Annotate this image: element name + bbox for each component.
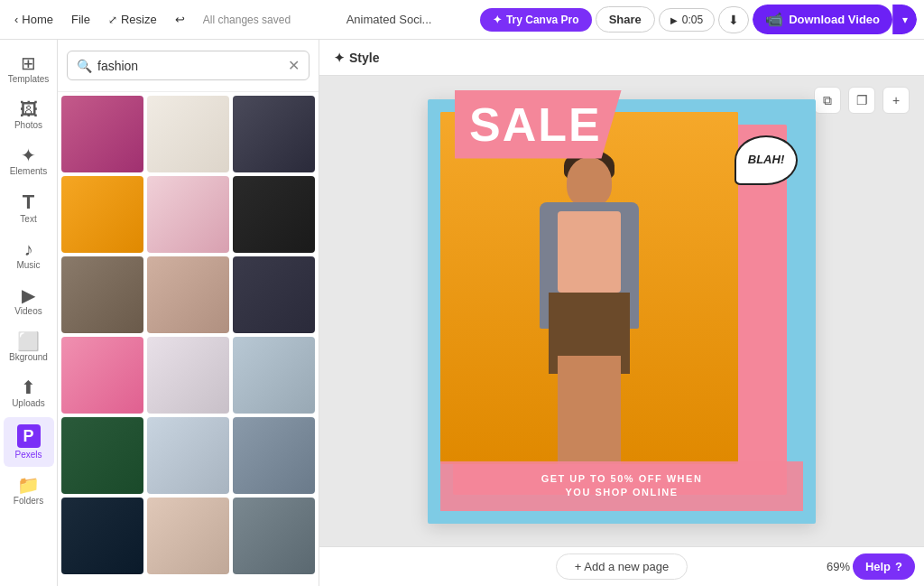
photo-thumbnail [147, 256, 229, 333]
background-label: Bkground [9, 352, 48, 362]
elements-icon: ✦ [21, 146, 36, 164]
list-item[interactable] [147, 498, 229, 574]
list-item[interactable] [61, 96, 143, 172]
try-canva-button[interactable]: ✦ Try Canva Pro [480, 8, 592, 32]
design-card: SALE BLAH! GET UP TO 50% OFF WHEN YOU SH… [428, 99, 816, 524]
list-item[interactable] [233, 176, 315, 253]
photo-thumbnail [147, 176, 229, 253]
list-item[interactable] [233, 256, 315, 333]
download-more-button[interactable]: ▾ [892, 5, 917, 34]
photos-label: Photos [14, 120, 42, 130]
sidebar-item-templates[interactable]: ⊞ Templates [4, 47, 54, 91]
copy-icon: ❐ [856, 93, 868, 107]
folders-icon: 📁 [17, 476, 40, 494]
sidebar-item-elements[interactable]: ✦ Elements [4, 139, 54, 183]
list-item[interactable] [61, 498, 143, 574]
list-item[interactable] [147, 96, 229, 172]
home-label: Home [22, 13, 53, 26]
canvas-area: ✦ Style ⧉ ❐ + [319, 40, 924, 586]
clear-search-icon[interactable]: ✕ [288, 57, 300, 74]
copy-button[interactable]: ❐ [848, 87, 875, 114]
figure-body [517, 157, 661, 464]
folders-label: Folders [14, 496, 43, 506]
figure-head [567, 157, 612, 207]
chevron-left-icon: ‹ [14, 13, 18, 26]
play-button[interactable]: 0:05 [659, 8, 715, 32]
list-item[interactable] [147, 337, 229, 414]
photo-thumbnail [61, 337, 143, 414]
list-item[interactable] [61, 417, 143, 494]
photo-thumbnail [61, 498, 143, 574]
photo-thumbnail [147, 337, 229, 414]
sale-text-banner: SALE [455, 90, 622, 159]
list-item[interactable] [233, 417, 315, 494]
add-element-button[interactable]: + [882, 87, 910, 114]
fashion-figure [440, 112, 738, 464]
file-button[interactable]: File [64, 9, 97, 30]
sidebar-item-folders[interactable]: 📁 Folders [4, 469, 54, 513]
photo-thumbnail [147, 96, 229, 172]
videos-icon: ▶ [22, 286, 35, 304]
chevron-down-icon: ▾ [902, 14, 908, 26]
search-input-wrap[interactable]: 🔍 ✕ [67, 51, 310, 80]
photo-thumbnail [233, 417, 315, 494]
pexels-label: Pexels [14, 450, 42, 460]
text-label: Text [20, 214, 36, 224]
list-item[interactable] [147, 417, 229, 494]
resize-button[interactable]: ⤢ Resize [101, 9, 164, 30]
speech-bubble: BLAH! [735, 135, 798, 185]
main-area: ⊞ Templates 🖼 Photos ✦ Elements T Text ♪… [0, 40, 924, 586]
list-item[interactable] [233, 337, 315, 414]
style-label: Style [349, 51, 379, 65]
list-item[interactable] [61, 176, 143, 253]
background-icon: ⬜ [17, 332, 40, 350]
list-item[interactable] [233, 498, 315, 574]
search-bar: 🔍 ✕ [58, 40, 319, 92]
download-icon-button[interactable]: ⬇ [718, 6, 749, 33]
project-title: Animated Soci... [346, 13, 432, 26]
list-item[interactable] [61, 256, 143, 333]
search-panel: 🔍 ✕ [58, 40, 319, 586]
sidebar-item-background[interactable]: ⬜ Bkground [4, 325, 54, 369]
canvas-controls: ⧉ ❐ + [814, 87, 910, 114]
elements-label: Elements [10, 166, 48, 176]
sidebar-item-uploads[interactable]: ⬆ Uploads [4, 371, 54, 415]
add-page-label: + Add a new page [575, 560, 669, 573]
list-item[interactable] [61, 337, 143, 414]
canvas-container[interactable]: ⧉ ❐ + [319, 76, 924, 546]
photo-thumbnail [233, 256, 315, 333]
file-label: File [71, 13, 90, 26]
sidebar-icons: ⊞ Templates 🖼 Photos ✦ Elements T Text ♪… [0, 40, 58, 586]
style-button[interactable]: ✦ Style [334, 51, 379, 65]
bottom-text-line1: GET UP TO 50% OFF WHEN [455, 472, 789, 486]
list-item[interactable] [147, 176, 229, 253]
add-icon: + [892, 93, 900, 107]
share-button[interactable]: Share [596, 6, 655, 33]
videos-label: Videos [14, 306, 42, 316]
download-video-button[interactable]: 📹 Download Video [753, 5, 892, 34]
sidebar-item-pexels[interactable]: P Pexels [4, 417, 54, 467]
search-input[interactable] [97, 59, 282, 73]
list-item[interactable] [147, 256, 229, 333]
add-page-button[interactable]: + Add a new page [556, 553, 688, 580]
templates-label: Templates [8, 74, 50, 84]
help-button[interactable]: Help ? [853, 553, 915, 580]
help-icon: ? [895, 560, 902, 573]
sidebar-item-music[interactable]: ♪ Music [4, 233, 54, 277]
sidebar-item-videos[interactable]: ▶ Videos [4, 279, 54, 323]
bottom-strip: GET UP TO 50% OFF WHEN YOU SHOP ONLINE [440, 461, 803, 511]
list-item[interactable] [233, 96, 315, 172]
uploads-label: Uploads [12, 398, 45, 408]
sidebar-item-text[interactable]: T Text [4, 185, 54, 231]
templates-icon: ⊞ [21, 54, 36, 72]
duplicate-button[interactable]: ⧉ [814, 87, 841, 114]
uploads-icon: ⬆ [21, 378, 36, 396]
undo-button[interactable]: ↩ [168, 9, 192, 30]
play-time: 0:05 [682, 14, 703, 26]
sidebar-item-photos[interactable]: 🖼 Photos [4, 93, 54, 137]
bottom-text-line2: YOU SHOP ONLINE [455, 486, 789, 499]
home-button[interactable]: ‹ Home [7, 9, 60, 30]
photos-icon: 🖼 [20, 100, 38, 118]
image-grid [58, 92, 319, 586]
canva-star-icon: ✦ [493, 14, 502, 26]
